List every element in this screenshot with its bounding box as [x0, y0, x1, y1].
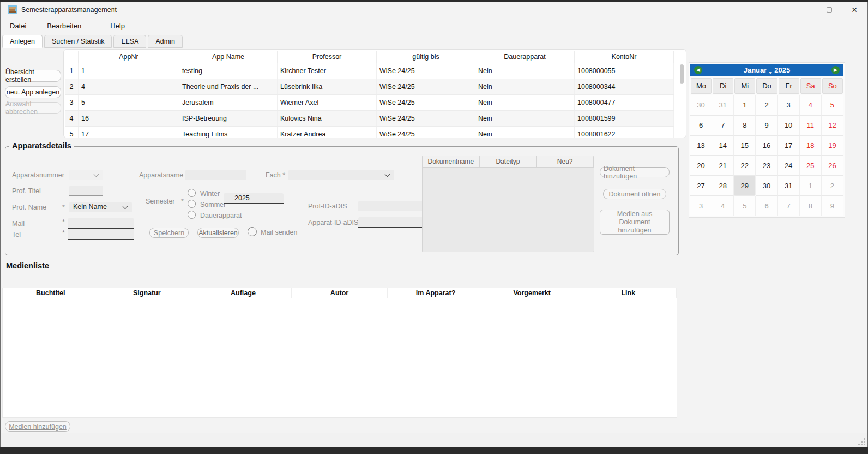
dauerapparat-radio[interactable] [188, 211, 196, 219]
uebersicht-erstellen-button[interactable]: Übersicht erstellen [5, 70, 61, 82]
calendar-day[interactable]: 14 [712, 136, 734, 156]
calendar-day[interactable]: 26 [822, 156, 843, 176]
table-row[interactable]: 11testingKirchner TesterWiSe 24/25Nein10… [65, 63, 674, 79]
calendar-day[interactable]: 16 [756, 136, 777, 156]
tel-field[interactable] [68, 229, 134, 240]
menu-bearbeiten[interactable]: Bearbeiten [40, 20, 88, 32]
prof-titel-field[interactable] [69, 186, 103, 196]
dokument-hinzufuegen-button[interactable]: Dokument hinzufügen [600, 167, 670, 177]
mail-field[interactable] [68, 218, 134, 229]
calendar-day[interactable]: 29 [734, 176, 756, 196]
column-header[interactable]: Professor [278, 51, 377, 63]
calendar-next-month-button[interactable]: ▶ [831, 66, 840, 74]
column-header[interactable] [65, 51, 79, 63]
calendar-day[interactable]: 1 [800, 176, 822, 196]
mail-senden-checkbox[interactable] [248, 227, 257, 236]
calendar-day[interactable]: 22 [734, 156, 756, 176]
tab-anlegen[interactable]: Anlegen [2, 35, 43, 48]
menu-help[interactable]: Help [103, 20, 132, 32]
calendar-day[interactable]: 10 [778, 116, 800, 136]
neue-app-anlegen-button[interactable]: neu. App anlegen [5, 86, 61, 98]
calendar-day[interactable]: 2 [822, 176, 843, 196]
apps-table-scrollbar[interactable] [680, 64, 684, 84]
apparatsname-field[interactable] [185, 170, 246, 180]
speichern-button[interactable]: Speichern [149, 228, 189, 238]
calendar-day[interactable]: 27 [690, 176, 712, 196]
calendar-day[interactable]: 17 [778, 136, 800, 156]
auswahl-abbrechen-button[interactable]: Auswahl abbrechen [5, 102, 61, 114]
apparat-id-adis-field[interactable] [358, 217, 423, 228]
calendar-day[interactable]: 4 [712, 196, 734, 216]
maximize-button[interactable] [817, 2, 842, 17]
calendar-day[interactable]: 6 [690, 116, 712, 136]
column-header[interactable]: Autor [292, 288, 388, 298]
column-header[interactable]: gültig bis [377, 51, 475, 63]
column-header[interactable]: App Name [179, 51, 278, 63]
calendar-prev-month-button[interactable]: ◀ [694, 66, 702, 74]
table-row[interactable]: 35JerusalemWiemer AxelWiSe 24/25Nein1008… [65, 95, 674, 111]
medien-hinzufuegen-button[interactable]: Medien hinzufügen [5, 421, 70, 432]
resize-grip[interactable] [858, 438, 865, 445]
close-button[interactable]: ✕ [842, 2, 867, 17]
calendar-day[interactable]: 18 [800, 136, 822, 156]
column-header[interactable]: KontoNr [575, 51, 674, 63]
prof-name-select[interactable]: Kein Name [69, 202, 132, 212]
calendar-day[interactable]: 11 [800, 116, 822, 136]
calendar-day[interactable]: 30 [756, 176, 777, 196]
calendar-day[interactable]: 9 [822, 196, 843, 216]
calendar-day[interactable]: 13 [690, 136, 712, 156]
column-header[interactable]: AppNr [79, 51, 179, 63]
column-header[interactable]: Neu? [537, 156, 594, 167]
fach-select[interactable] [288, 170, 394, 180]
column-header[interactable]: Dokumentname [423, 156, 480, 167]
calendar-day[interactable]: 5 [822, 95, 843, 116]
calendar-day[interactable]: 1 [734, 95, 756, 116]
column-header[interactable]: Dateityp [480, 156, 537, 167]
calendar-day[interactable]: 9 [756, 116, 777, 136]
calendar-day[interactable]: 19 [822, 136, 843, 156]
column-header[interactable]: Buchtitel [3, 288, 99, 298]
calendar-day[interactable]: 31 [712, 95, 734, 116]
column-header[interactable]: Link [580, 288, 677, 298]
calendar-day[interactable]: 6 [756, 196, 777, 216]
dokument-oeffnen-button[interactable]: Dokument öffnen [603, 189, 666, 199]
column-header[interactable]: im Apparat? [388, 288, 484, 298]
table-row[interactable]: 517Teaching FilmsKratzer AndreaWiSe 24/2… [65, 127, 674, 138]
calendar-day[interactable]: 8 [800, 196, 822, 216]
menu-datei[interactable]: Datei [3, 20, 33, 32]
calendar-day[interactable]: 20 [690, 156, 712, 176]
calendar-day[interactable]: 25 [800, 156, 822, 176]
calendar-day[interactable]: 4 [800, 95, 822, 116]
calendar-day[interactable]: 28 [712, 176, 734, 196]
tab-admin[interactable]: Admin [148, 35, 182, 48]
table-row[interactable]: 416ISP-BetreuungKulovics NinaWiSe 24/25N… [65, 111, 674, 127]
medien-aus-dokument-button[interactable]: Medien aus Dokument hinzufügen [600, 210, 670, 235]
semester-year-field[interactable]: 2025 [224, 193, 284, 204]
calendar-day[interactable]: 2 [756, 95, 777, 116]
calendar-day[interactable]: 12 [822, 116, 843, 136]
aktualisieren-button[interactable]: Aktualisieren [197, 228, 239, 238]
column-header[interactable]: Dauerapparat [475, 51, 575, 63]
tab-suchen-statistik[interactable]: Suchen / Statistik [44, 35, 112, 48]
calendar-day[interactable]: 21 [712, 156, 734, 176]
calendar-day[interactable]: 7 [778, 196, 800, 216]
calendar-day[interactable]: 31 [778, 176, 800, 196]
calendar-day[interactable]: 15 [734, 136, 756, 156]
tab-elsa[interactable]: ELSA [113, 35, 146, 48]
apparatsnummer-select[interactable] [69, 170, 103, 180]
calendar-day[interactable]: 8 [734, 116, 756, 136]
calendar-day[interactable]: 3 [778, 95, 800, 116]
table-row[interactable]: 24Theorie und Praxis der ...Lüsebrink Il… [65, 79, 674, 95]
calendar-day[interactable]: 23 [756, 156, 777, 176]
column-header[interactable]: Vorgemerkt [484, 288, 581, 298]
calendar-day[interactable]: 24 [778, 156, 800, 176]
prof-id-adis-field[interactable] [358, 201, 423, 211]
minimize-button[interactable] [792, 2, 817, 17]
sommer-radio[interactable] [188, 200, 196, 208]
calendar-day[interactable]: 30 [690, 95, 712, 116]
winter-radio[interactable] [188, 189, 196, 197]
calendar-day[interactable]: 3 [690, 196, 712, 216]
column-header[interactable]: Auflage [195, 288, 292, 298]
calendar-day[interactable]: 7 [712, 116, 734, 136]
calendar-month-year[interactable]: Januar 2025 [744, 66, 791, 74]
